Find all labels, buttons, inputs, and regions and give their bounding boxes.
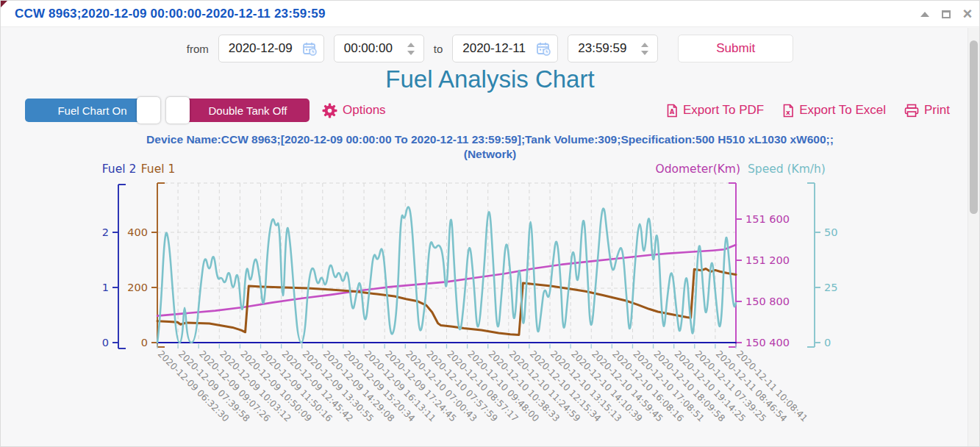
export-pdf-label: Export To PDF: [683, 103, 764, 118]
fuel-chart-toggle[interactable]: Fuel Chart On: [25, 99, 160, 122]
chart-svg: 012Fuel 20200400Fuel 1150 400150 800151 …: [1, 163, 980, 447]
odometer-tick-label: 151 200: [745, 254, 790, 266]
fuel1-axis-title: Fuel 1: [141, 163, 176, 176]
window-title: CCW 8963;2020-12-09 00:00:00-2020-12-11 …: [15, 7, 326, 21]
spinner-up-icon[interactable]: [641, 43, 648, 47]
pdf-file-icon: A: [666, 104, 678, 118]
to-date-field[interactable]: [452, 35, 558, 62]
fuel-chart: 012Fuel 20200400Fuel 1150 400150 800151 …: [1, 163, 979, 447]
scrollbar-thumb[interactable]: [970, 40, 978, 214]
double-tank-toggle-label: Double Tank Off: [198, 104, 297, 117]
from-date-field[interactable]: [218, 35, 324, 62]
corner-mark: [1, 1, 7, 7]
fuel2-tick-label: 1: [102, 282, 109, 293]
fuel-analysis-window: CCW 8963;2020-12-09 00:00:00-2020-12-11 …: [0, 0, 980, 447]
print-label: Print: [924, 103, 950, 118]
window-controls: ×: [919, 1, 973, 27]
from-time-spinner: [405, 41, 417, 57]
controls-row: Fuel Chart On Double Tank Off Options: [25, 97, 950, 124]
fuel1-tick-label: 200: [127, 282, 148, 293]
to-date-input[interactable]: [462, 41, 531, 56]
date-range-form: from to: [1, 27, 979, 62]
speed-axis-title: Speed (Km/h): [748, 163, 826, 176]
fuel1-tick-label: 0: [141, 337, 148, 348]
calendar-icon[interactable]: [537, 42, 551, 56]
odometer-tick-label: 151 600: [745, 213, 790, 225]
fuel2-tick-label: 2: [102, 226, 109, 238]
fuel-chart-toggle-label: Fuel Chart On: [47, 104, 137, 117]
from-time-field[interactable]: [334, 35, 424, 62]
spinner-up-icon[interactable]: [407, 43, 415, 47]
fuel2-tick-label: 0: [102, 337, 109, 348]
to-time-field[interactable]: [568, 35, 658, 62]
speed-tick-label: 25: [824, 282, 837, 293]
speed-tick-label: 50: [824, 226, 837, 238]
export-excel-label: Export To Excel: [799, 103, 886, 118]
export-excel-button[interactable]: x Export To Excel: [782, 103, 886, 118]
double-tank-toggle[interactable]: Double Tank Off: [167, 99, 310, 122]
from-time-input[interactable]: [344, 41, 399, 56]
close-icon: ×: [963, 9, 973, 19]
options-button[interactable]: Options: [322, 103, 386, 118]
collapse-icon: [920, 12, 929, 17]
odometer-tick-label: 150 800: [745, 296, 790, 307]
toggle-knob: [137, 97, 160, 124]
svg-text:x: x: [786, 108, 790, 115]
odometer-axis-title: Odometer(Km): [655, 163, 740, 176]
spinner-down-icon[interactable]: [641, 51, 648, 55]
titlebar: CCW 8963;2020-12-09 00:00:00-2020-12-11 …: [1, 1, 979, 27]
device-info: Device Name:CCW 8963;[2020-12-09 00:00:0…: [128, 132, 852, 162]
calendar-icon[interactable]: [303, 42, 317, 56]
from-date-input[interactable]: [229, 41, 297, 56]
svg-text:A: A: [670, 109, 675, 115]
export-actions: A Export To PDF x Export To Excel Prin: [666, 103, 950, 118]
export-pdf-button[interactable]: A Export To PDF: [666, 103, 764, 118]
maximize-button[interactable]: [940, 8, 952, 20]
scrollbar-track[interactable]: [968, 28, 979, 446]
options-label: Options: [343, 103, 386, 118]
maximize-icon: [942, 10, 951, 18]
toggle-knob: [166, 97, 190, 124]
to-label: to: [434, 43, 443, 55]
gear-icon: [322, 103, 337, 118]
submit-button[interactable]: Submit: [678, 35, 793, 62]
collapse-button[interactable]: [919, 8, 931, 20]
from-label: from: [187, 43, 209, 55]
print-button[interactable]: Print: [904, 103, 950, 118]
to-time-input[interactable]: [578, 41, 633, 56]
spinner-down-icon[interactable]: [407, 51, 415, 55]
to-time-spinner: [639, 41, 651, 57]
page-title: Fuel Analysis Chart: [1, 65, 979, 96]
fuel2-axis-title: Fuel 2: [102, 163, 137, 176]
close-button[interactable]: ×: [962, 8, 973, 20]
odometer-tick-label: 150 400: [745, 337, 790, 348]
excel-file-icon: x: [782, 104, 794, 118]
printer-icon: [904, 104, 919, 118]
fuel1-tick-label: 400: [127, 226, 148, 238]
speed-tick-label: 0: [824, 337, 831, 348]
